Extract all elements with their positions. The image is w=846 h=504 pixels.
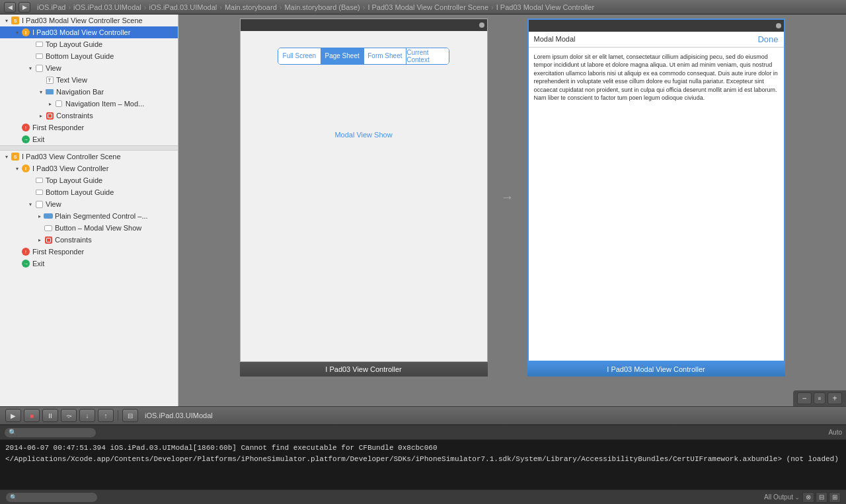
scene2-root[interactable]: S I Pad03 View Controller Scene bbox=[0, 151, 178, 162]
responder1-label: First Responder bbox=[32, 124, 84, 131]
scene1-exit[interactable]: → Exit bbox=[0, 133, 178, 145]
clear-console-btn[interactable]: ⊗ bbox=[802, 492, 814, 503]
scene2-controller-arrow[interactable] bbox=[13, 164, 21, 172]
responder1-icon: ! bbox=[21, 123, 30, 132]
constraints1-arrow[interactable] bbox=[37, 112, 45, 120]
step-out-btn[interactable]: ↑ bbox=[98, 409, 114, 422]
breadcrumb-1[interactable]: iOS.iPad bbox=[37, 3, 65, 11]
textview-icon: T bbox=[45, 75, 54, 85]
top-layout-icon bbox=[34, 40, 44, 49]
exit2-label: Exit bbox=[32, 260, 44, 268]
scene2-bottom-layout[interactable]: Bottom Layout Guide bbox=[0, 186, 178, 198]
zoom-minus-btn[interactable]: − bbox=[797, 392, 812, 404]
toolbar-sep1 bbox=[118, 410, 118, 421]
expand-btn[interactable]: ⊞ bbox=[829, 492, 841, 503]
scene2-view-arrow[interactable] bbox=[26, 200, 34, 208]
debug-search-input[interactable]: 🔍 bbox=[5, 492, 98, 503]
nav-back-btn[interactable]: ◀ bbox=[4, 2, 16, 13]
scene1-title: I Pad03 Modal View Controller Scene bbox=[22, 17, 143, 24]
responder2-label: First Responder bbox=[32, 248, 84, 256]
all-output-arrow: ⌄ bbox=[794, 493, 800, 501]
scene2-constraints[interactable]: Constraints bbox=[0, 234, 178, 246]
scene2-view[interactable]: View bbox=[0, 198, 178, 210]
seg-currentcontext[interactable]: Current Context bbox=[406, 48, 449, 64]
breadcrumb-4[interactable]: Main.storyboard bbox=[225, 3, 277, 11]
all-output-label: All Output bbox=[764, 493, 793, 501]
scene2-exit[interactable]: → Exit bbox=[0, 258, 178, 270]
seg-fullscreen[interactable]: Full Screen bbox=[278, 48, 321, 64]
scene1-constraints[interactable]: Constraints bbox=[0, 110, 178, 122]
top-layout2-icon bbox=[34, 176, 44, 185]
segmented-label: Plain Segmented Control –... bbox=[55, 212, 148, 220]
breadcrumb-5[interactable]: Main.storyboard (Base) bbox=[284, 3, 360, 11]
step-over-btn[interactable]: ⤼ bbox=[61, 409, 77, 422]
scene2-button[interactable]: Button – Modal View Show bbox=[0, 222, 178, 234]
device1-titlebar bbox=[241, 19, 487, 31]
zoom-fit-btn[interactable]: ≡ bbox=[814, 392, 826, 404]
scene2-segmented[interactable]: Plain Segmented Control –... bbox=[0, 210, 178, 222]
scene1-root[interactable]: S I Pad03 Modal View Controller Scene bbox=[0, 15, 178, 26]
scene2-first-responder[interactable]: ! First Responder bbox=[0, 246, 178, 258]
debug-bottom-bar: 🔍 All Output ⌄ ⊗ ⊟ ⊞ bbox=[0, 489, 846, 504]
scene-divider bbox=[0, 145, 178, 151]
breadcrumb-6[interactable]: I Pad03 Modal View Controller Scene bbox=[367, 3, 488, 11]
view1-label: View bbox=[46, 64, 61, 72]
scene1-view-arrow[interactable] bbox=[26, 64, 34, 72]
scene2-top-layout[interactable]: Top Layout Guide bbox=[0, 174, 178, 186]
stop-btn[interactable]: ■ bbox=[24, 409, 40, 422]
scene1-textview[interactable]: T Text View bbox=[0, 74, 178, 86]
navitem-arrow[interactable] bbox=[46, 100, 54, 108]
scene1-navitem[interactable]: Navigation Item – Mod... bbox=[0, 98, 178, 110]
constraints1-label: Constraints bbox=[56, 112, 93, 120]
seg-formsheet[interactable]: Form Sheet bbox=[364, 48, 407, 64]
segmented-icon bbox=[44, 211, 53, 221]
scene1-navbardiv[interactable]: Navigation Bar bbox=[0, 86, 178, 98]
view2-icon bbox=[34, 199, 44, 209]
scene2-arrow[interactable] bbox=[3, 153, 11, 161]
debug-filter-input[interactable]: 🔍 bbox=[4, 427, 96, 438]
scene1-bottom-layout[interactable]: Bottom Layout Guide bbox=[0, 50, 178, 62]
scene1-arrow[interactable] bbox=[3, 17, 11, 24]
scene1-icon: S bbox=[11, 16, 20, 25]
top-layout-label: Top Layout Guide bbox=[46, 40, 102, 48]
constraints2-arrow[interactable] bbox=[36, 236, 44, 244]
scene1-controller-arrow[interactable] bbox=[13, 28, 21, 36]
nav-forward-btn[interactable]: ▶ bbox=[19, 2, 30, 13]
scene1-first-responder[interactable]: ! First Responder bbox=[0, 122, 178, 133]
step-in-btn[interactable]: ↓ bbox=[79, 409, 95, 422]
top-layout2-label: Top Layout Guide bbox=[46, 176, 102, 184]
constraints1-icon bbox=[45, 111, 54, 120]
canvas-area: Full Screen Page Sheet Form Sheet Curren… bbox=[178, 15, 846, 406]
device2-frame: Modal Modal Done Lorem ipsum dolor sit e… bbox=[527, 18, 785, 362]
seg-pagesheet[interactable]: Page Sheet bbox=[321, 48, 364, 64]
device2-dot bbox=[776, 23, 781, 28]
pause-btn[interactable]: ⏸ bbox=[42, 409, 58, 422]
constraints2-icon bbox=[44, 235, 53, 244]
scene1-top-layout[interactable]: Top Layout Guide bbox=[0, 38, 178, 50]
exit1-icon: → bbox=[21, 135, 30, 144]
run-btn[interactable]: ▶ bbox=[5, 409, 21, 422]
navbar-arrow[interactable] bbox=[37, 88, 45, 96]
controller2-icon: I bbox=[21, 164, 30, 173]
zoom-plus-btn[interactable]: + bbox=[827, 392, 842, 404]
device1-content: Full Screen Page Sheet Form Sheet Curren… bbox=[241, 31, 487, 145]
breadcrumb-3[interactable]: iOS.iPad.03.UIModal bbox=[149, 3, 217, 11]
scene2-icon: S bbox=[11, 152, 20, 161]
bottom-run-toolbar: ▶ ■ ⏸ ⤼ ↓ ↑ ⊟ iOS.iPad.03.UIModal bbox=[0, 406, 846, 425]
segmented-arrow[interactable] bbox=[36, 212, 44, 220]
modal-done-btn[interactable]: Done bbox=[757, 34, 778, 44]
bottom-panels: 🔍 Auto 2014-06-07 00:47:51.394 iOS.iPad.… bbox=[0, 425, 846, 504]
navitem-icon bbox=[54, 99, 63, 108]
modal-view-show-button[interactable]: Modal View Show bbox=[247, 131, 481, 139]
scene1-controller-label: I Pad03 Modal View Controller bbox=[32, 28, 130, 36]
scene1-view[interactable]: View bbox=[0, 62, 178, 74]
top-breadcrumb-bar: ◀ ▶ iOS.iPad › iOS.iPad.03.UIModal › iOS… bbox=[0, 0, 846, 15]
split-view-btn[interactable]: ⊟ bbox=[816, 492, 827, 503]
console-btn[interactable]: ⊟ bbox=[122, 409, 138, 422]
breadcrumb-7[interactable]: I Pad03 Modal View Controller bbox=[496, 3, 594, 11]
scene2-controller[interactable]: I I Pad03 View Controller bbox=[0, 162, 178, 174]
breadcrumb-2[interactable]: iOS.iPad.03.UIModal bbox=[73, 3, 141, 11]
scene1-controller[interactable]: I I Pad03 Modal View Controller bbox=[0, 26, 178, 38]
segmented-control-widget[interactable]: Full Screen Page Sheet Form Sheet Curren… bbox=[278, 48, 449, 65]
navitem-label: Navigation Item – Mod... bbox=[65, 100, 144, 108]
